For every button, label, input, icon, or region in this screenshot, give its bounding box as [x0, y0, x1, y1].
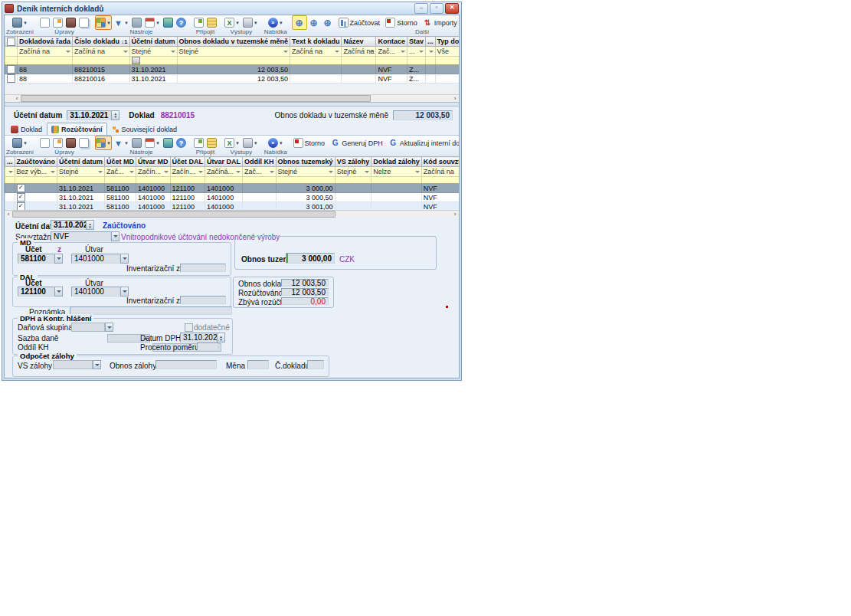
grid-cell[interactable]: ✓	[15, 202, 57, 210]
grid-cell[interactable]	[435, 74, 459, 84]
inv-znak-md-field[interactable]	[180, 264, 226, 272]
grid-cell[interactable]: 121100	[170, 193, 205, 202]
ucet-dal-field[interactable]: 121100	[18, 287, 54, 297]
column-header[interactable]: Stav	[407, 37, 425, 47]
table-row[interactable]: ✓31.10.2021581100140100012110014010003 0…	[5, 202, 460, 210]
grid-cell[interactable]: 88	[18, 65, 73, 74]
filter-cell[interactable]: Začíná...	[205, 167, 243, 177]
column-header[interactable]: Oddíl KH	[243, 157, 277, 167]
grid-cell[interactable]	[371, 193, 422, 202]
date-widget[interactable]	[132, 57, 140, 64]
grid-cell[interactable]	[425, 74, 435, 84]
grid-cell[interactable]: NVF	[421, 184, 459, 193]
column-header[interactable]: Doklad zálohy	[371, 157, 422, 167]
grid-cell[interactable]	[335, 193, 371, 202]
column-header[interactable]: ...	[5, 157, 15, 167]
zauctovat-button[interactable]: Zaúčtovat	[337, 16, 382, 29]
filter-button[interactable]: ▼▼	[112, 136, 130, 149]
grid-cell[interactable]: 31.10.2021	[129, 65, 177, 74]
grid-cell[interactable]	[371, 202, 422, 210]
image-button[interactable]	[162, 136, 175, 149]
tab-souvisejici-doklad[interactable]: Související doklad	[107, 123, 182, 135]
date-spinner[interactable]	[86, 220, 94, 230]
column-header[interactable]: Kontace	[376, 37, 407, 47]
ucetni-datum-field[interactable]: 31.10.2021	[51, 220, 86, 230]
utvar-dal-field[interactable]: 1401000	[71, 287, 120, 297]
filter-cell[interactable]: Začíná na	[290, 47, 342, 57]
filter-cell[interactable]: Stejné	[276, 167, 335, 177]
column-header[interactable]: Účet MD	[105, 157, 136, 167]
filter-button[interactable]: ▼▼	[112, 16, 130, 29]
grid-cell[interactable]	[5, 65, 18, 74]
close-button[interactable]: ✕	[445, 3, 459, 14]
grid-cell[interactable]: NVF	[376, 65, 407, 74]
image-button[interactable]	[162, 16, 175, 29]
column-header[interactable]: Účet DAL	[170, 157, 205, 167]
copy-record-button[interactable]	[77, 16, 90, 29]
filter-cell[interactable]: Stejné	[335, 167, 371, 177]
grid-cell[interactable]: NVF	[376, 74, 407, 84]
column-header[interactable]: Útvar MD	[136, 157, 171, 167]
storno-button[interactable]: Storno	[384, 16, 419, 29]
souvztaznost-field[interactable]: NVF	[51, 231, 111, 241]
checked-checkbox-icon[interactable]: ✓	[17, 202, 25, 210]
grid-cell[interactable]	[5, 74, 18, 84]
grid-cell[interactable]	[243, 184, 277, 193]
filter-cell[interactable]: Bez výb...	[15, 167, 57, 177]
grid-cell[interactable]	[425, 65, 435, 74]
utvar-md-dropdown-button[interactable]	[120, 254, 129, 264]
souvztaznost-dropdown-button[interactable]	[111, 231, 119, 241]
scroll-left-icon[interactable]: ‹	[5, 211, 12, 218]
grid-cell[interactable]: 88210016	[73, 74, 129, 84]
grid-cell[interactable]: 121100	[170, 202, 205, 210]
poznamka-field[interactable]	[70, 306, 232, 315]
edit-record-button[interactable]	[51, 136, 64, 149]
grid-cell[interactable]: ✓	[15, 193, 57, 202]
filter-cell[interactable]: Začín...	[170, 167, 205, 177]
column-header[interactable]: Účetní datum	[57, 157, 105, 167]
tags-button[interactable]	[130, 136, 143, 149]
grid-cell[interactable]: 581100	[105, 193, 136, 202]
column-header[interactable]: Obnos dokladu v tuzemské měně	[177, 37, 290, 47]
column-header[interactable]: VS zálohy	[335, 157, 371, 167]
help-button[interactable]: ?	[175, 16, 188, 29]
menu-button[interactable]: »▼	[267, 16, 285, 29]
minimize-button[interactable]: –	[414, 3, 428, 14]
new-record-button[interactable]	[38, 136, 51, 149]
filter-cell[interactable]: Začíná na	[421, 167, 459, 177]
copy-record-button[interactable]	[77, 136, 90, 149]
grid-cell[interactable]: 31.10.2021	[129, 74, 177, 84]
grid-cell[interactable]	[290, 65, 342, 74]
date-spinner[interactable]	[111, 110, 119, 120]
grid-cell[interactable]	[335, 184, 371, 193]
filter-cell[interactable]: Stejné	[177, 47, 290, 57]
calendar-button[interactable]: ▼	[143, 16, 162, 29]
grid-cell[interactable]	[5, 193, 15, 202]
grid-cell[interactable]: 1401000	[136, 193, 171, 202]
grid-cell[interactable]	[290, 74, 342, 84]
scroll-left-icon[interactable]: ‹	[13, 95, 21, 102]
target-3-button[interactable]: ⊕	[321, 16, 335, 29]
aktualizuj-interni-doklad-button[interactable]: GAktualizuj interní doklad	[387, 136, 459, 149]
checked-checkbox-icon[interactable]: ✓	[17, 193, 25, 202]
grid-cell[interactable]	[342, 74, 376, 84]
column-header[interactable]: Útvar DAL	[205, 157, 243, 167]
new-record-row[interactable]	[5, 177, 460, 184]
filter-cell[interactable]: Začíná na	[73, 47, 129, 57]
target-1-button[interactable]: ⊕	[292, 15, 307, 30]
new-record-button[interactable]	[38, 16, 51, 29]
grid-cell[interactable]: 1401000	[205, 184, 243, 193]
column-header[interactable]: Název	[342, 37, 376, 47]
delete-record-button[interactable]	[64, 136, 77, 149]
zobrazeni-menu-button[interactable]: ▼	[11, 16, 29, 29]
grid2-horizontal-scrollbar[interactable]: ‹ ›	[5, 210, 459, 218]
column-header[interactable]: Dokladová řada	[18, 37, 73, 47]
filter-cell[interactable]	[5, 167, 15, 177]
grid-cell[interactable]: NVF	[421, 193, 459, 202]
view-mode-button[interactable]: ▼	[95, 15, 112, 30]
filter-cell[interactable]: Začíná na	[18, 47, 73, 57]
procento-pomeru-field[interactable]	[197, 342, 218, 351]
grid-cell[interactable]	[371, 184, 422, 193]
obnos-zalohy-field[interactable]	[155, 360, 217, 369]
column-header[interactable]: Kód souvztažnosti	[421, 157, 459, 167]
